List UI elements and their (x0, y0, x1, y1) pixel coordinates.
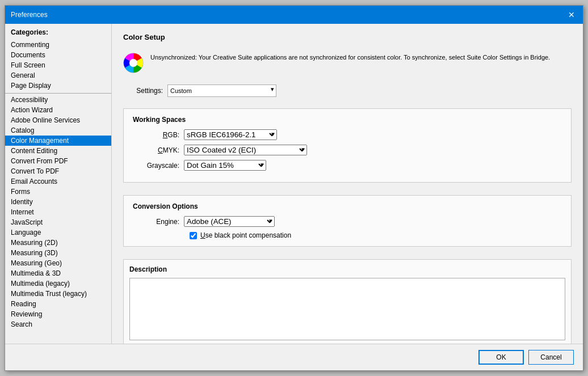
description-title: Description (129, 265, 565, 273)
info-text: Unsynchronized: Your Creative Suite appl… (150, 53, 550, 62)
settings-label: Settings: (123, 87, 163, 95)
sidebar-item-content-editing[interactable]: Content Editing (5, 146, 111, 156)
sidebar-item-action-wizard[interactable]: Action Wizard (5, 105, 111, 115)
description-area (129, 278, 565, 340)
cmyk-label: CMYK: (133, 146, 184, 154)
grayscale-select[interactable]: Dot Gain 15%Dot Gain 20%Gray Gamma 2.2 (184, 160, 266, 171)
sidebar-item-adobe-online-services[interactable]: Adobe Online Services (5, 115, 111, 125)
preferences-dialog: Preferences ✕ Categories: CommentingDocu… (5, 5, 583, 371)
dialog-footer: OK Cancel (5, 344, 583, 370)
sidebar-item-commenting[interactable]: Commenting (5, 40, 111, 50)
cmyk-select[interactable]: ISO Coated v2 (ECI)U.S. Web Coated (SWOP… (184, 145, 307, 155)
settings-row: Settings: CustomMonitor ColorNorth Ameri… (123, 85, 572, 97)
sidebar-item-measuring-geo[interactable]: Measuring (Geo) (5, 258, 111, 268)
black-point-label: Use black point compensation (200, 231, 291, 239)
sidebar-item-forms[interactable]: Forms (5, 187, 111, 197)
grayscale-select-wrapper: Dot Gain 15%Dot Gain 20%Gray Gamma 2.2 (184, 160, 266, 171)
rgb-select[interactable]: sRGB IEC61966-2.1Adobe RGB (1998)ProPhot… (184, 129, 277, 140)
description-box: Description (123, 259, 572, 344)
sidebar-item-full-screen[interactable]: Full Screen (5, 60, 111, 70)
sidebar-item-measuring-2d[interactable]: Measuring (2D) (5, 238, 111, 248)
sidebar-item-accessibility[interactable]: Accessibility (5, 93, 111, 105)
grayscale-row: Grayscale: Dot Gain 15%Dot Gain 20%Gray … (133, 160, 562, 171)
sidebar-item-color-management[interactable]: Color Management (5, 136, 111, 146)
rgb-label: RGB: (133, 131, 184, 139)
close-button[interactable]: ✕ (566, 9, 577, 20)
black-point-row: Use black point compensation (190, 231, 562, 239)
sidebar-item-email-accounts[interactable]: Email Accounts (5, 176, 111, 187)
engine-row: Engine: Adobe (ACE)Microsoft ICM (133, 216, 562, 227)
settings-select-wrapper: CustomMonitor ColorNorth America General… (167, 85, 276, 97)
sidebar-item-identity[interactable]: Identity (5, 197, 111, 207)
sidebar-item-catalog[interactable]: Catalog (5, 125, 111, 136)
sidebar-list: CommentingDocumentsFull ScreenGeneralPag… (5, 39, 111, 331)
sidebar-item-search[interactable]: Search (5, 319, 111, 329)
dialog-title: Preferences (11, 11, 48, 19)
sidebar-item-page-display[interactable]: Page Display (5, 81, 111, 91)
sidebar-item-general[interactable]: General (5, 70, 111, 81)
sidebar-item-javascript[interactable]: JavaScript (5, 217, 111, 227)
info-box: Unsynchronized: Your Creative Suite appl… (123, 53, 572, 73)
title-bar: Preferences ✕ (5, 6, 583, 24)
settings-select[interactable]: CustomMonitor ColorNorth America General… (167, 85, 276, 97)
color-wheel-icon (123, 53, 144, 73)
section-title: Color Setup (123, 33, 572, 41)
sidebar-item-documents[interactable]: Documents (5, 50, 111, 60)
sidebar-item-internet[interactable]: Internet (5, 207, 111, 217)
conversion-options-title: Conversion Options (133, 202, 562, 210)
cmyk-row: CMYK: ISO Coated v2 (ECI)U.S. Web Coated… (133, 145, 562, 155)
dialog-body: Categories: CommentingDocumentsFull Scre… (5, 24, 583, 344)
svg-point-1 (129, 59, 137, 67)
cancel-button[interactable]: Cancel (528, 350, 574, 365)
working-spaces-panel: Working Spaces RGB: sRGB IEC61966-2.1Ado… (123, 108, 572, 183)
sidebar-item-convert-from-pdf[interactable]: Convert From PDF (5, 156, 111, 166)
engine-select-wrapper: Adobe (ACE)Microsoft ICM (184, 216, 275, 227)
sidebar-item-reading[interactable]: Reading (5, 299, 111, 309)
sidebar-item-reviewing[interactable]: Reviewing (5, 309, 111, 319)
sidebar-item-convert-to-pdf[interactable]: Convert To PDF (5, 166, 111, 176)
sidebar-item-multimedia-3d[interactable]: Multimedia & 3D (5, 268, 111, 278)
rgb-row: RGB: sRGB IEC61966-2.1Adobe RGB (1998)Pr… (133, 129, 562, 140)
cmyk-select-wrapper: ISO Coated v2 (ECI)U.S. Web Coated (SWOP… (184, 145, 307, 155)
sidebar-list-container[interactable]: CommentingDocumentsFull ScreenGeneralPag… (5, 39, 111, 344)
main-content: Color Setup Unsynchronized: Your Creativ… (112, 24, 583, 344)
grayscale-label: Grayscale: (133, 162, 184, 170)
sidebar-item-measuring-3d[interactable]: Measuring (3D) (5, 248, 111, 258)
sidebar-item-language[interactable]: Language (5, 227, 111, 238)
sidebar-item-multimedia-legacy[interactable]: Multimedia (legacy) (5, 278, 111, 289)
working-spaces-title: Working Spaces (133, 116, 562, 124)
engine-select[interactable]: Adobe (ACE)Microsoft ICM (184, 216, 275, 227)
ok-button[interactable]: OK (478, 350, 524, 365)
conversion-options-panel: Conversion Options Engine: Adobe (ACE)Mi… (123, 195, 572, 247)
sidebar-item-multimedia-trust-legacy[interactable]: Multimedia Trust (legacy) (5, 289, 111, 299)
categories-label: Categories: (5, 24, 111, 39)
sidebar: Categories: CommentingDocumentsFull Scre… (5, 24, 112, 344)
black-point-checkbox[interactable] (190, 232, 197, 239)
engine-label: Engine: (133, 218, 184, 226)
rgb-select-wrapper: sRGB IEC61966-2.1Adobe RGB (1998)ProPhot… (184, 129, 277, 140)
